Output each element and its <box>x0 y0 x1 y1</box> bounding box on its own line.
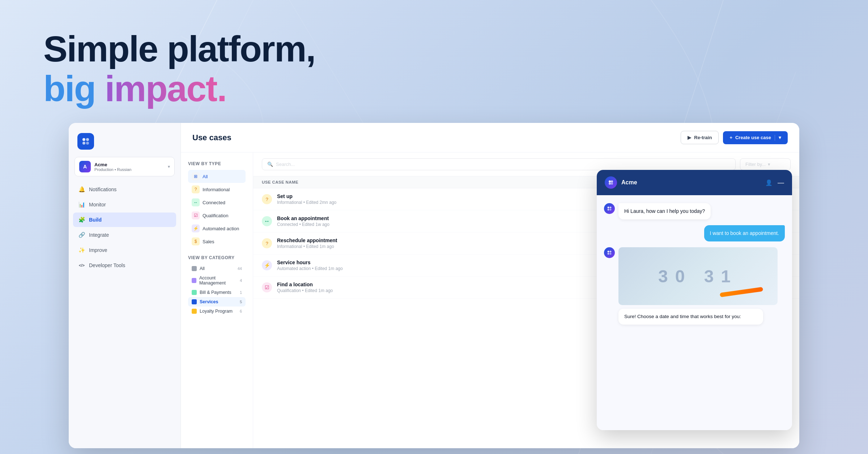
svg-point-18 <box>610 251 612 253</box>
sidebar-item-integrate[interactable]: 🔗 Integrate <box>73 228 176 242</box>
filter-type-qualification[interactable]: ☑ Qualification <box>188 209 246 222</box>
category-services[interactable]: Services 5 <box>188 297 246 307</box>
create-chevron-icon: ▾ <box>779 135 781 140</box>
category-account-management[interactable]: Account Management 4 <box>188 273 246 288</box>
chat-bubble-bot2: Sure! Choose a date and time that works … <box>618 309 763 325</box>
search-icon: 🔍 <box>267 162 273 167</box>
filter-connected-label: Connected <box>203 200 225 205</box>
workspace-name: Acme <box>94 162 164 167</box>
build-icon: 🧩 <box>78 216 85 223</box>
hero-section: Simple platform, big impact. <box>43 29 315 108</box>
sidebar-item-developer-tools[interactable]: </> Developer Tools <box>73 258 176 273</box>
developer-tools-icon: </> <box>78 262 85 269</box>
retrain-button[interactable]: ▶ Re-train <box>681 131 719 144</box>
chat-minimize-icon[interactable]: — <box>778 179 784 187</box>
filter-type-sales[interactable]: $ Sales <box>188 235 246 248</box>
search-placeholder: Search... <box>276 162 295 167</box>
filter-type-automated[interactable]: ⚡ Automated action <box>188 222 246 235</box>
svg-point-14 <box>610 207 612 209</box>
filter-all-icon: ⊞ <box>192 172 200 180</box>
sidebar-item-label-improve: Improve <box>89 247 107 253</box>
hero-line1: Simple platform, <box>43 29 315 69</box>
chat-bubble-user1: I want to book an appointment. <box>704 225 785 241</box>
sidebar: A Acme Production • Russian ▾ 🔔 Notifica… <box>69 123 181 448</box>
category-loyalty-program[interactable]: Loyalty Program 6 <box>188 307 246 316</box>
retrain-label: Re-train <box>694 135 712 140</box>
workspace-info: Acme Production • Russian <box>94 162 164 172</box>
monitor-icon: 📊 <box>78 201 85 208</box>
filter-all-label: All <box>203 174 208 179</box>
use-case-type-icon-book: ↔ <box>262 216 272 226</box>
sidebar-item-notifications[interactable]: 🔔 Notifications <box>73 182 176 197</box>
hero-impact-text: impact <box>105 68 217 109</box>
chat-brand-logo <box>605 176 617 189</box>
chat-message-user1: I want to book an appointment. <box>604 225 785 241</box>
svg-point-12 <box>611 183 613 185</box>
svg-point-20 <box>610 253 612 255</box>
category-account-icon <box>192 278 196 283</box>
svg-point-16 <box>610 209 612 211</box>
topbar-actions: ▶ Re-train + Create use case ▾ <box>681 131 788 144</box>
filter-panel: View by type ⊞ All ? Informational ↔ Con… <box>181 153 253 448</box>
category-bill-payments[interactable]: Bill & Payments 1 <box>188 288 246 297</box>
sidebar-item-build[interactable]: 🧩 Build <box>73 213 176 227</box>
filter-type-connected[interactable]: ↔ Connected <box>188 196 246 209</box>
category-bill-label: Bill & Payments <box>200 290 231 295</box>
create-use-case-button[interactable]: + Create use case ▾ <box>723 131 788 144</box>
sidebar-item-label-developer-tools: Developer Tools <box>89 262 125 268</box>
bot-avatar <box>604 203 615 214</box>
svg-point-17 <box>608 251 609 253</box>
category-account-label: Account Management <box>199 275 240 286</box>
category-loyalty-left: Loyalty Program <box>192 309 233 314</box>
filter-spacer <box>188 248 246 255</box>
filter-type-informational[interactable]: ? Informational <box>188 183 246 196</box>
create-dropdown-divider <box>775 135 775 141</box>
app-window: A Acme Production • Russian ▾ 🔔 Notifica… <box>69 123 799 448</box>
chat-bubble-bot1: Hi Laura, how can I help you today? <box>618 203 711 219</box>
sidebar-item-label-monitor: Monitor <box>89 202 106 207</box>
category-all-label: All <box>200 266 205 271</box>
filter-dropdown[interactable]: Filter by... ▾ <box>740 158 791 170</box>
improve-icon: ✨ <box>78 247 85 254</box>
filter-type-title: View by type <box>188 161 246 166</box>
hero-dot: . <box>217 68 226 109</box>
chat-header-left: Acme <box>605 176 637 189</box>
filter-sales-icon: $ <box>192 237 200 245</box>
sidebar-item-monitor[interactable]: 📊 Monitor <box>73 197 176 212</box>
category-bill-icon <box>192 290 197 295</box>
svg-point-13 <box>608 207 609 209</box>
chat-header: Acme 👤 — <box>597 170 792 195</box>
sidebar-nav: 🔔 Notifications 📊 Monitor 🧩 Build 🔗 Inte… <box>69 179 180 275</box>
bot-avatar-2 <box>604 247 615 258</box>
use-case-type-icon-setup: ? <box>262 194 272 204</box>
workspace-selector[interactable]: A Acme Production • Russian ▾ <box>75 157 175 176</box>
filter-dropdown-placeholder: Filter by... <box>745 162 766 167</box>
category-all-left: All <box>192 266 205 271</box>
page-title: Use cases <box>192 133 231 142</box>
filter-info-label: Informational <box>203 187 230 192</box>
category-loyalty-icon <box>192 309 197 314</box>
pencil-decoration <box>720 287 763 297</box>
workspace-avatar: A <box>79 161 91 172</box>
use-case-type-icon-reschedule: ? <box>262 238 272 248</box>
chat-user-icon[interactable]: 👤 <box>765 179 773 186</box>
svg-point-8 <box>86 142 89 145</box>
chat-widget: Acme 👤 — Hi Laura, how can I help yo <box>597 170 792 430</box>
svg-point-10 <box>611 180 613 183</box>
filter-sales-label: Sales <box>203 239 214 244</box>
category-bill-left: Bill & Payments <box>192 290 231 295</box>
category-all-count: 44 <box>238 266 242 271</box>
filter-type-all[interactable]: ⊞ All <box>188 170 246 183</box>
use-case-type-icon-find-location: ☑ <box>262 282 272 292</box>
chat-body: Hi Laura, how can I help you today? I wa… <box>597 195 792 430</box>
search-box[interactable]: 🔍 Search... <box>262 158 736 170</box>
workspace-sub: Production • Russian <box>94 167 164 172</box>
sidebar-item-label-notifications: Notifications <box>89 187 116 192</box>
sidebar-item-improve[interactable]: ✨ Improve <box>73 243 176 257</box>
integrate-icon: 🔗 <box>78 231 85 239</box>
filter-connected-icon: ↔ <box>192 198 200 206</box>
category-services-left: Services <box>192 299 218 304</box>
notifications-icon: 🔔 <box>78 186 85 193</box>
filter-dropdown-chevron: ▾ <box>768 162 770 167</box>
category-all[interactable]: All 44 <box>188 264 246 273</box>
